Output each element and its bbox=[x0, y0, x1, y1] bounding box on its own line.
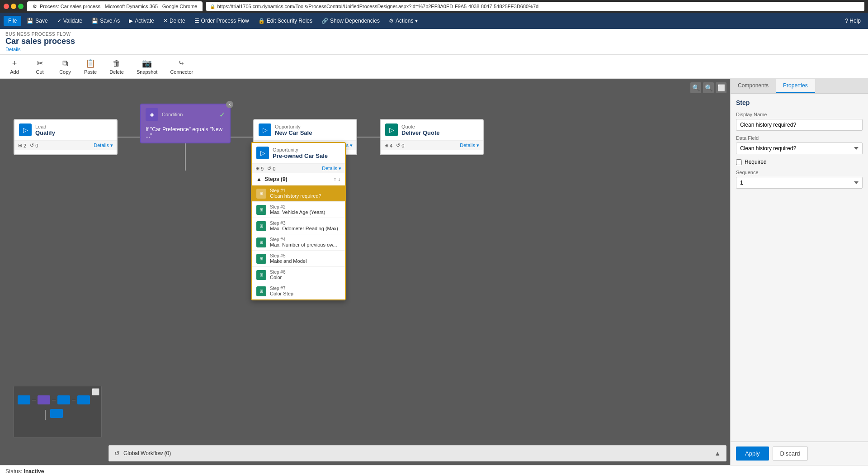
page-header: BUSINESS PROCESS FLOW Car sales process … bbox=[0, 29, 868, 55]
delete-button[interactable]: ✕ Delete bbox=[160, 16, 189, 26]
paste-icon: 📋 bbox=[85, 58, 95, 68]
step-5-item[interactable]: ⊞ Step #5 Make and Model bbox=[252, 251, 345, 267]
delete-action-button[interactable]: 🗑 Delete bbox=[107, 57, 127, 76]
delete-action-label: Delete bbox=[109, 69, 124, 75]
popup-header: ▷ Opportunity Pre-owned Car Sale bbox=[252, 143, 345, 163]
display-name-input[interactable] bbox=[736, 119, 863, 131]
status-value: Inactive bbox=[24, 468, 44, 475]
lead-stage-header: ▷ Lead Qualify bbox=[14, 120, 117, 140]
browser-tab[interactable]: ⚙ Process: Car sales process - Microsoft… bbox=[27, 1, 203, 11]
popup-steps-count: ⊞ 9 bbox=[255, 166, 264, 171]
quote-icon: ▷ bbox=[385, 124, 398, 136]
add-button[interactable]: + Add bbox=[5, 57, 24, 76]
actions-button[interactable]: ⚙ Actions ▾ bbox=[385, 16, 421, 26]
min-btn[interactable] bbox=[11, 4, 16, 9]
step-2-num: Step #2 bbox=[270, 204, 340, 209]
step-3-num: Step #3 bbox=[270, 221, 340, 226]
discard-button[interactable]: Discard bbox=[773, 446, 808, 461]
steps-nav[interactable]: ↑ ↓ bbox=[334, 176, 340, 182]
file-button[interactable]: File bbox=[4, 16, 21, 26]
panel-footer: Apply Discard bbox=[731, 442, 868, 465]
step-1-name: Clean history required? bbox=[270, 193, 340, 199]
step-1-item[interactable]: ⊞ Step #1 Clean history required? bbox=[252, 185, 345, 202]
required-checkbox[interactable] bbox=[736, 159, 742, 165]
save-as-button[interactable]: 💾 Save As bbox=[88, 16, 123, 26]
lead-stage[interactable]: ▷ Lead Qualify ⊞ 2 ↺ 0 Details ▾ bbox=[14, 119, 118, 155]
help-button[interactable]: ? Help bbox=[841, 16, 864, 26]
condition-check-icon: ✓ bbox=[219, 110, 225, 119]
popup-flow-icon: ↺ bbox=[267, 166, 271, 171]
connector-button[interactable]: ⤷ Connector bbox=[167, 57, 196, 76]
quote-details-btn[interactable]: Details ▾ bbox=[460, 142, 479, 148]
tab-components[interactable]: Components bbox=[731, 79, 776, 93]
copy-button[interactable]: ⧉ Copy bbox=[56, 57, 74, 76]
step-7-item[interactable]: ⊞ Step #7 Color Step bbox=[252, 283, 345, 299]
cut-button[interactable]: ✂ Cut bbox=[31, 57, 49, 76]
minimap-expand-icon[interactable]: ⬜ bbox=[92, 388, 99, 395]
edit-security-roles-button[interactable]: 🔒 Edit Security Roles bbox=[255, 16, 316, 26]
sequence-select[interactable]: 1 bbox=[736, 177, 863, 189]
address-bar[interactable]: 🔒 https://trial1705.crm.dynamics.com/Too… bbox=[206, 2, 864, 11]
opportunity-new-name: New Car Sale bbox=[275, 129, 312, 136]
step-5-num: Step #5 bbox=[270, 253, 340, 258]
opportunity-type-label: Opportunity bbox=[275, 124, 312, 129]
quote-name: Deliver Quote bbox=[401, 129, 440, 136]
show-dependencies-button[interactable]: 🔗 Show Dependencies bbox=[318, 16, 383, 26]
connector-2 bbox=[231, 137, 253, 138]
activate-button[interactable]: ▶ Activate bbox=[125, 16, 158, 26]
step-3-info: Step #3 Max. Odometer Reading (Max) bbox=[270, 221, 340, 231]
global-workflow-collapse-icon[interactable]: ▲ bbox=[714, 450, 721, 457]
popup-steps-icon: ⊞ bbox=[255, 166, 259, 171]
apply-button[interactable]: Apply bbox=[736, 446, 769, 461]
zoom-out-button[interactable]: 🔍 bbox=[690, 82, 701, 93]
step-5-name: Make and Model bbox=[270, 258, 340, 264]
lead-stage-text: Lead Qualify bbox=[35, 124, 55, 136]
step-4-item[interactable]: ⊞ Step #4 Max. Number of previous ow... bbox=[252, 234, 345, 251]
zoom-in-button[interactable]: 🔍 bbox=[703, 82, 714, 93]
details-link[interactable]: Details bbox=[5, 47, 21, 52]
sequence-label: Sequence bbox=[736, 170, 863, 175]
lead-stage-footer: ⊞ 2 ↺ 0 Details ▾ bbox=[14, 140, 117, 150]
data-field-select[interactable]: Clean history required? bbox=[736, 142, 863, 154]
opportunity-preowned-popup[interactable]: ▷ Opportunity Pre-owned Car Sale ⊞ 9 ↺ 0… bbox=[251, 142, 346, 300]
popup-details-btn[interactable]: Details ▾ bbox=[322, 166, 341, 171]
action-toolbar: + Add ✂ Cut ⧉ Copy 📋 Paste 🗑 Delete 📷 Sn… bbox=[0, 55, 868, 79]
step-3-icon: ⊞ bbox=[256, 221, 266, 231]
opportunity-new-text: Opportunity New Car Sale bbox=[275, 124, 312, 136]
step-6-item[interactable]: ⊞ Step #6 Color bbox=[252, 267, 345, 283]
canvas[interactable]: 🔍 🔍 ⬜ ▷ Lead Qualify bbox=[0, 79, 730, 465]
tab-properties[interactable]: Properties bbox=[776, 79, 815, 93]
step-3-item[interactable]: ⊞ Step #3 Max. Odometer Reading (Max) bbox=[252, 218, 345, 234]
page-title: Car sales process bbox=[5, 37, 863, 46]
paste-button[interactable]: 📋 Paste bbox=[81, 57, 99, 76]
condition-body: If "Car Preference" equals "New ..." bbox=[141, 124, 230, 142]
order-process-flow-button[interactable]: ☰ Order Process Flow bbox=[191, 16, 253, 26]
step-1-num: Step #1 bbox=[270, 188, 340, 193]
condition-close-btn[interactable]: × bbox=[226, 101, 233, 108]
step-2-item[interactable]: ⊞ Step #2 Max. Vehicle Age (Years) bbox=[252, 202, 345, 218]
tab-favicon: ⚙ bbox=[33, 4, 37, 10]
quote-steps-count: ⊞ 4 bbox=[384, 142, 392, 148]
snapshot-button[interactable]: 📷 Snapshot bbox=[134, 57, 160, 76]
copy-label: Copy bbox=[59, 69, 71, 75]
fit-button[interactable]: ⬜ bbox=[716, 82, 726, 93]
condition-stage[interactable]: ◈ Condition ✓ If "Car Preference" equals… bbox=[140, 104, 231, 143]
lead-details-btn[interactable]: Details ▾ bbox=[94, 142, 113, 148]
max-btn[interactable] bbox=[18, 4, 24, 9]
connector-icon: ⤷ bbox=[178, 58, 185, 68]
popup-icon: ▷ bbox=[256, 147, 269, 159]
delete-action-icon: 🗑 bbox=[113, 59, 121, 68]
minimap-nodes bbox=[18, 395, 90, 404]
lead-stage-name: Qualify bbox=[35, 129, 55, 136]
quote-stage[interactable]: ▷ Quote Deliver Quote ⊞ 4 ↺ 0 Details ▾ bbox=[380, 119, 484, 155]
validate-button[interactable]: ✓ Validate bbox=[53, 16, 86, 26]
order-icon: ☰ bbox=[194, 18, 199, 24]
fit-icon: ⬜ bbox=[717, 84, 725, 91]
save-button[interactable]: 💾 Save bbox=[23, 16, 51, 26]
connector-label: Connector bbox=[170, 69, 193, 75]
step-7-icon: ⊞ bbox=[256, 286, 266, 296]
global-workflow-bar[interactable]: ↺ Global Workflow (0) ▲ bbox=[108, 445, 726, 461]
close-btn[interactable] bbox=[4, 4, 9, 9]
condition-container: ◈ Condition ✓ If "Car Preference" equals… bbox=[140, 104, 231, 171]
url-text: https://trial1705.crm.dynamics.com/Tools… bbox=[217, 4, 538, 9]
